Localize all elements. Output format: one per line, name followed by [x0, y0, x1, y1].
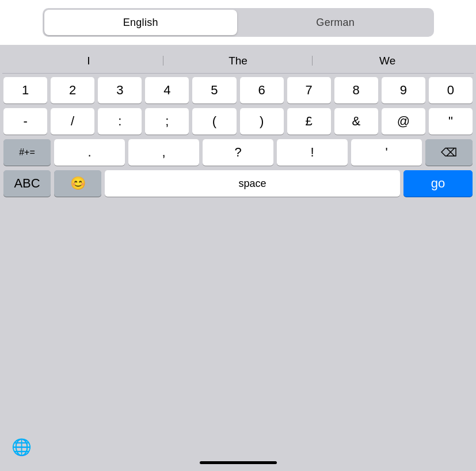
- key-0[interactable]: 0: [429, 77, 473, 104]
- language-switcher-bar: English German: [0, 0, 476, 45]
- key-rows: 1 2 3 4 5 6 7 8 9 0 - / : ; ( ) £ & @ " …: [2, 77, 474, 197]
- misc-row: #+= . , ? ! ' ⌫: [3, 139, 473, 166]
- key-4[interactable]: 4: [145, 77, 189, 104]
- keyboard-area: I The We 1 2 3 4 5 6 7 8 9 0 - / : ; ( )…: [0, 45, 476, 433]
- globe-icon: 🌐: [12, 438, 32, 456]
- key-at[interactable]: @: [382, 108, 425, 135]
- key-apostrophe[interactable]: ': [351, 139, 422, 166]
- key-quote[interactable]: ": [429, 108, 473, 135]
- key-dash[interactable]: -: [3, 108, 47, 135]
- key-slash[interactable]: /: [51, 108, 94, 135]
- key-6[interactable]: 6: [240, 77, 284, 104]
- home-indicator: [200, 461, 277, 464]
- backspace-button[interactable]: ⌫: [425, 139, 473, 166]
- abc-button[interactable]: ABC: [3, 170, 51, 197]
- key-semicolon[interactable]: ;: [145, 108, 189, 135]
- key-ampersand[interactable]: &: [334, 108, 378, 135]
- key-9[interactable]: 9: [382, 77, 425, 104]
- key-period[interactable]: .: [54, 139, 125, 166]
- key-hashplus-button[interactable]: #+=: [3, 139, 51, 166]
- symbol-row: - / : ; ( ) £ & @ ": [3, 108, 473, 135]
- key-comma[interactable]: ,: [128, 139, 199, 166]
- german-language-button[interactable]: German: [239, 10, 432, 35]
- english-language-button[interactable]: English: [44, 10, 238, 35]
- language-switcher: English German: [43, 8, 434, 37]
- key-7[interactable]: 7: [287, 77, 331, 104]
- space-button[interactable]: space: [105, 170, 400, 197]
- number-row: 1 2 3 4 5 6 7 8 9 0: [3, 77, 473, 104]
- predictive-row: I The We: [2, 48, 474, 74]
- emoji-icon: 😊: [70, 176, 86, 191]
- key-close-paren[interactable]: ): [240, 108, 284, 135]
- key-exclamation[interactable]: !: [277, 139, 348, 166]
- key-5[interactable]: 5: [192, 77, 236, 104]
- globe-button[interactable]: 🌐: [12, 438, 32, 457]
- predictive-item-3[interactable]: We: [313, 55, 462, 67]
- bottom-area: 🌐: [0, 433, 476, 471]
- bottom-key-row: ABC 😊 space go: [3, 170, 473, 197]
- emoji-button[interactable]: 😊: [54, 170, 101, 197]
- key-3[interactable]: 3: [98, 77, 142, 104]
- key-2[interactable]: 2: [51, 77, 94, 104]
- key-question[interactable]: ?: [203, 139, 273, 166]
- predictive-item-2[interactable]: The: [163, 55, 313, 67]
- key-open-paren[interactable]: (: [192, 108, 236, 135]
- backspace-icon: ⌫: [441, 145, 457, 159]
- key-1[interactable]: 1: [3, 77, 47, 104]
- predictive-item-1[interactable]: I: [14, 55, 163, 67]
- key-8[interactable]: 8: [334, 77, 378, 104]
- key-pound[interactable]: £: [287, 108, 331, 135]
- key-colon[interactable]: :: [98, 108, 142, 135]
- go-button[interactable]: go: [403, 170, 473, 197]
